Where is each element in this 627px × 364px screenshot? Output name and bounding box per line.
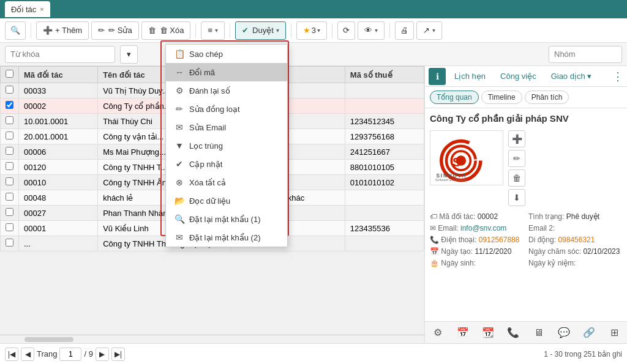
share-dropdown-arrow: ▾ bbox=[432, 27, 435, 34]
rpanel-tab-cong-viec[interactable]: Công việc bbox=[494, 69, 543, 83]
logo-delete-button[interactable]: 🗑 bbox=[508, 169, 525, 187]
rpanel-bottom-chat[interactable]: 💬 bbox=[555, 324, 573, 342]
menu-item-icon: 📋 bbox=[175, 49, 184, 59]
menu-item-icon: ✔ bbox=[175, 159, 184, 169]
subtab-phan-tich[interactable]: Phân tích bbox=[525, 91, 569, 104]
svg-text:Software & Solutions: Software & Solutions bbox=[435, 179, 467, 182]
svg-text:S: S bbox=[452, 155, 460, 169]
filter-dropdown-button[interactable]: ▾ bbox=[120, 45, 138, 64]
search-icon: 🔍 bbox=[10, 26, 20, 35]
rpanel-info-icon[interactable]: ℹ bbox=[429, 68, 446, 85]
title-tab[interactable]: Đối tác × bbox=[5, 1, 50, 17]
logo-edit-button[interactable]: ✏ bbox=[508, 150, 525, 167]
edit-button[interactable]: ✏ ✏ Sửa bbox=[91, 21, 139, 40]
row-checkbox[interactable] bbox=[6, 132, 13, 139]
print-button[interactable]: 🖨 bbox=[395, 21, 414, 40]
logo-download-button[interactable]: ⬇ bbox=[508, 189, 525, 206]
dropdown-menu-item[interactable]: ✉ Sửa Email bbox=[166, 118, 287, 136]
dien-thoai-label: Điện thoại: bbox=[441, 236, 476, 244]
subtab-timeline[interactable]: Timeline bbox=[481, 91, 522, 104]
tinh-trang-value: Phê duyệt bbox=[566, 212, 599, 221]
dropdown-menu-item[interactable]: 📂 Đọc dữ liệu bbox=[166, 191, 287, 210]
info-dien-thoai: 📞 Điện thoại: 0912567888 bbox=[430, 236, 524, 244]
rpanel-bottom-calendar2[interactable]: 📆 bbox=[479, 324, 497, 342]
row-checkbox[interactable] bbox=[6, 208, 13, 216]
ngay-sinh-label: Ngày sinh: bbox=[441, 259, 476, 267]
dropdown-menu-item[interactable]: ⚙ Đánh lại số bbox=[166, 81, 287, 100]
last-page-button[interactable]: ▶| bbox=[111, 347, 125, 361]
row-checkbox[interactable] bbox=[6, 162, 13, 170]
ngay-ky-niem-label: Ngày kỷ niệm: bbox=[528, 259, 576, 267]
menu-item-label: Đọc dữ liệu bbox=[189, 196, 230, 206]
right-panel-subtabs: Tổng quan Timeline Phân tích bbox=[425, 87, 627, 108]
row-id: 00006 bbox=[19, 144, 98, 160]
search-bar: ▾ bbox=[0, 43, 627, 66]
rpanel-more-icon[interactable]: ⋮ bbox=[612, 70, 623, 83]
col-header-checkbox[interactable] bbox=[1, 67, 19, 83]
company-logo-svg: S SINNOVA Software & Solutions bbox=[433, 133, 500, 182]
refresh-button[interactable]: ⟳ bbox=[337, 21, 355, 40]
logo-add-button[interactable]: ➕ bbox=[508, 130, 525, 147]
menu-button[interactable]: ≡ ▾ bbox=[201, 21, 225, 40]
info-ngay-cham-soc: Ngày chăm sóc: 02/10/2023 bbox=[528, 247, 622, 256]
edit-icon: ✏ bbox=[98, 26, 105, 35]
row-checkbox[interactable] bbox=[6, 239, 13, 247]
rpanel-tab-lich-hen[interactable]: Lịch hẹn bbox=[448, 69, 492, 83]
table-hscroll[interactable] bbox=[0, 335, 424, 343]
rpanel-bottom-monitor[interactable]: 🖥 bbox=[530, 324, 548, 342]
approve-dropdown-arrow: ▾ bbox=[276, 27, 279, 34]
menu-item-icon: ↔ bbox=[175, 67, 184, 77]
dropdown-menu-item[interactable]: ↔ Đổi mã bbox=[166, 63, 287, 81]
rpanel-bottom-phone[interactable]: 📞 bbox=[504, 324, 522, 342]
dropdown-menu-item[interactable]: ⊗ Xóa tất cả bbox=[166, 173, 287, 191]
search-button[interactable]: 🔍 bbox=[5, 21, 26, 40]
menu-dropdown-arrow: ▾ bbox=[215, 27, 218, 34]
select-all-checkbox[interactable] bbox=[6, 70, 13, 78]
main-content: Mã đối tác Tên đối tác Nhóm Mã số thuế 0… bbox=[0, 66, 627, 343]
rpanel-tab-giao-dich[interactable]: Giao dịch ▾ bbox=[545, 69, 598, 83]
add-button[interactable]: ➕ + Thêm bbox=[36, 21, 89, 40]
menu-item-label: Lọc trùng bbox=[189, 141, 223, 150]
title-tab-close[interactable]: × bbox=[40, 6, 43, 13]
rpanel-bottom-link[interactable]: 🔗 bbox=[580, 324, 598, 342]
approve-button[interactable]: ✔ Duyệt ▾ bbox=[235, 21, 286, 40]
dropdown-menu-item[interactable]: ✉ Đặt lại mật khẩu (2) bbox=[166, 228, 287, 247]
first-page-button[interactable]: |◀ bbox=[5, 347, 18, 361]
menu-item-label: Sao chép bbox=[189, 50, 223, 59]
dropdown-menu-item[interactable]: 🔍 Đặt lại mật khẩu (1) bbox=[166, 210, 287, 228]
row-tax: 1234512345 bbox=[345, 114, 424, 129]
row-tax bbox=[345, 98, 424, 114]
row-checkbox[interactable] bbox=[6, 223, 13, 231]
row-checkbox[interactable] bbox=[6, 147, 13, 155]
dropdown-menu-item[interactable]: 📋 Sao chép bbox=[166, 45, 287, 63]
row-checkbox[interactable] bbox=[6, 177, 13, 185]
star-button[interactable]: ★ 3 ▾ bbox=[296, 21, 327, 40]
eye-button[interactable]: 👁 ▾ bbox=[358, 21, 385, 40]
bottom-bar: |◀ ◀ Trang / 9 ▶ ▶| 1 - 30 trong 251 bản… bbox=[0, 343, 627, 364]
delete-icon: 🗑 bbox=[148, 26, 156, 35]
row-checkbox[interactable] bbox=[6, 116, 13, 124]
next-page-button[interactable]: ▶ bbox=[96, 347, 109, 361]
rpanel-bottom-grid[interactable]: ⊞ bbox=[605, 324, 623, 342]
star-dropdown-arrow: ▾ bbox=[317, 27, 320, 34]
menu-item-icon: ⊗ bbox=[175, 177, 184, 187]
nhom-input[interactable] bbox=[549, 46, 622, 63]
row-checkbox[interactable] bbox=[6, 193, 13, 201]
search-input[interactable] bbox=[5, 46, 115, 63]
dropdown-menu-item[interactable]: ✏ Sửa đồng loạt bbox=[166, 100, 287, 118]
delete-button[interactable]: 🗑 🗑 Xóa bbox=[141, 21, 191, 40]
row-checkbox[interactable] bbox=[6, 101, 13, 109]
dropdown-menu-item[interactable]: ✔ Cập nhật bbox=[166, 155, 287, 173]
subtab-tong-quan[interactable]: Tổng quan bbox=[430, 91, 479, 104]
search-extras bbox=[549, 46, 622, 63]
rpanel-bottom-settings[interactable]: ⚙ bbox=[429, 324, 447, 342]
toolbar: 🔍 ➕ + Thêm ✏ ✏ Sửa 🗑 🗑 Xóa ≡ ▾ ✔ Duyệt ▾… bbox=[0, 18, 627, 43]
dropdown-menu-item[interactable]: ▼ Lọc trùng bbox=[166, 136, 287, 155]
prev-page-button[interactable]: ◀ bbox=[21, 347, 34, 361]
rpanel-bottom-calendar1[interactable]: 📅 bbox=[454, 324, 472, 342]
refresh-icon: ⟳ bbox=[343, 26, 350, 35]
share-button[interactable]: ↗ ▾ bbox=[416, 21, 442, 40]
row-checkbox[interactable] bbox=[6, 86, 13, 94]
page-number-input[interactable] bbox=[59, 347, 81, 361]
menu-item-label: Đặt lại mật khẩu (2) bbox=[189, 233, 261, 242]
